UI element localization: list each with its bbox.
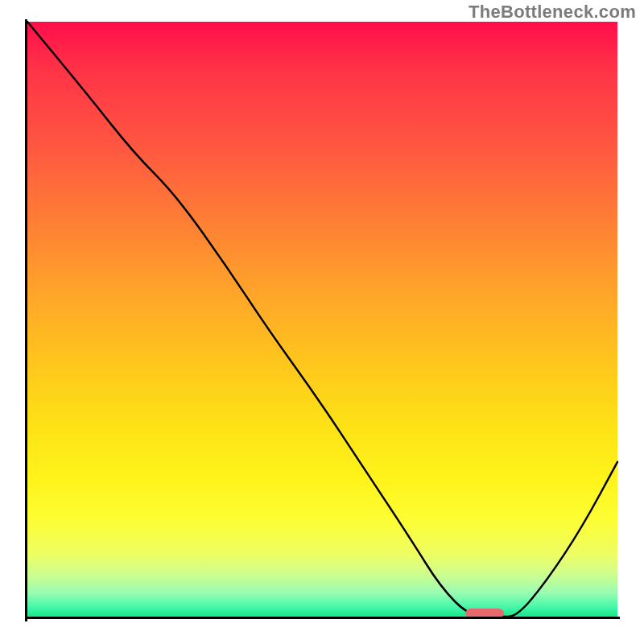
plot-area — [27, 22, 617, 617]
x-axis — [25, 617, 620, 619]
curve-path — [27, 22, 617, 617]
chart-frame: TheBottleneck.com — [0, 0, 644, 644]
attribution-text: TheBottleneck.com — [469, 2, 636, 23]
bottleneck-curve — [27, 22, 617, 617]
y-axis — [25, 19, 27, 621]
